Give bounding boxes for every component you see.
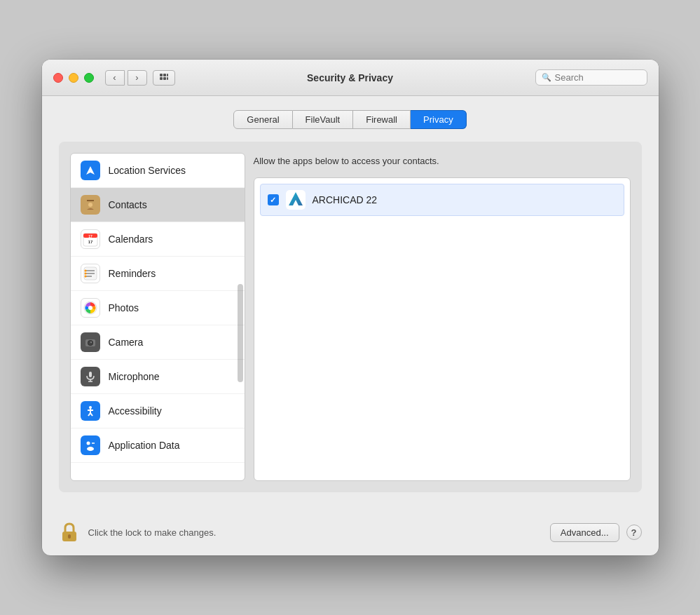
- sidebar-item-contacts[interactable]: Contacts: [71, 188, 245, 222]
- svg-point-9: [88, 203, 92, 207]
- svg-marker-6: [86, 166, 95, 175]
- tab-general[interactable]: General: [233, 110, 292, 129]
- content-area: General FileVault Firewall Privacy L: [42, 96, 659, 509]
- footer-right: Advanced... ?: [550, 523, 642, 542]
- tab-filevault[interactable]: FileVault: [293, 110, 354, 129]
- sidebar-item-camera[interactable]: Camera: [71, 325, 245, 360]
- sidebar-item-photos[interactable]: Photos: [71, 291, 245, 325]
- window-title: Security & Privacy: [307, 72, 393, 83]
- svg-rect-0: [160, 74, 163, 76]
- sidebar-label-reminders: Reminders: [109, 268, 156, 279]
- svg-point-33: [89, 406, 92, 409]
- sidebar-list: Location Services Contacts: [71, 154, 245, 480]
- sidebar-item-appdata[interactable]: Application Data: [71, 428, 245, 463]
- lock-icon[interactable]: [59, 520, 80, 544]
- checkbox-check-icon: ✓: [270, 196, 276, 205]
- contacts-icon: [81, 195, 100, 215]
- help-button[interactable]: ?: [626, 525, 642, 540]
- sidebar-label-photos: Photos: [109, 302, 139, 313]
- apps-list: ✓: [254, 177, 631, 481]
- sidebar-label-camera: Camera: [109, 337, 144, 348]
- sidebar-label-microphone: Microphone: [109, 371, 160, 382]
- sidebar-label-contacts: Contacts: [109, 199, 147, 210]
- sidebar-label-calendars: Calendars: [109, 234, 153, 245]
- nav-buttons: ‹ ›: [105, 70, 147, 86]
- tab-firewall[interactable]: Firewall: [353, 110, 411, 129]
- location-icon: [81, 161, 100, 180]
- search-box[interactable]: 🔍: [535, 69, 647, 86]
- sidebar-label-accessibility: Accessibility: [109, 405, 162, 417]
- calendars-icon: 17 17: [81, 229, 100, 249]
- svg-rect-29: [89, 372, 92, 377]
- appdata-icon: [81, 435, 100, 455]
- sidebar-label-location: Location Services: [109, 165, 186, 176]
- svg-point-19: [84, 273, 86, 275]
- minimize-button[interactable]: [69, 73, 78, 83]
- svg-point-40: [87, 447, 94, 451]
- accessibility-icon: [81, 401, 100, 421]
- app-checkbox-archicad[interactable]: ✓: [268, 194, 279, 205]
- main-window: ‹ › Security & Privacy 🔍 General FileVau…: [42, 60, 659, 555]
- svg-rect-8: [87, 200, 94, 201]
- svg-text:17: 17: [88, 240, 92, 244]
- forward-button[interactable]: ›: [128, 70, 147, 86]
- app-name-archicad: ARCHICAD 22: [313, 194, 378, 205]
- maximize-button[interactable]: [84, 73, 94, 83]
- svg-rect-1: [163, 74, 166, 76]
- svg-point-26: [88, 341, 92, 345]
- sidebar-item-reminders[interactable]: Reminders: [71, 257, 245, 291]
- svg-point-39: [86, 442, 90, 445]
- photos-icon: [81, 298, 100, 318]
- sidebar: Location Services Contacts: [70, 153, 245, 481]
- search-input[interactable]: [555, 72, 641, 83]
- reminders-icon: [81, 264, 100, 283]
- svg-point-45: [68, 534, 71, 537]
- svg-point-27: [90, 342, 92, 343]
- app-item-archicad: ✓: [260, 184, 624, 216]
- svg-rect-2: [167, 74, 168, 76]
- archicad-app-icon: [286, 190, 306, 210]
- titlebar: ‹ › Security & Privacy 🔍: [42, 60, 659, 96]
- grid-button[interactable]: [153, 70, 175, 86]
- footer: Click the lock to make changes. Advanced…: [42, 509, 659, 555]
- svg-text:17: 17: [88, 234, 92, 238]
- camera-icon: [81, 332, 100, 352]
- svg-point-18: [84, 270, 86, 272]
- sidebar-scrollbar[interactable]: [238, 284, 243, 382]
- svg-point-22: [88, 306, 92, 310]
- traffic-lights: [53, 73, 94, 83]
- back-button[interactable]: ‹: [105, 70, 125, 86]
- main-panel: Location Services Contacts: [59, 142, 642, 492]
- svg-rect-3: [160, 77, 163, 80]
- close-button[interactable]: [53, 73, 63, 83]
- tab-privacy[interactable]: Privacy: [411, 110, 467, 129]
- svg-rect-4: [163, 77, 166, 80]
- svg-rect-5: [167, 77, 168, 80]
- sidebar-item-calendars[interactable]: 17 17 Calendars: [71, 222, 245, 257]
- description-text: Allow the apps below to access your cont…: [254, 153, 631, 169]
- sidebar-item-location[interactable]: Location Services: [71, 154, 245, 188]
- microphone-icon: [81, 367, 100, 386]
- right-panel: Allow the apps below to access your cont…: [254, 153, 631, 481]
- lock-text: Click the lock to make changes.: [88, 527, 217, 538]
- sidebar-item-accessibility[interactable]: Accessibility: [71, 394, 245, 428]
- advanced-button[interactable]: Advanced...: [550, 523, 619, 542]
- tabs: General FileVault Firewall Privacy: [59, 110, 642, 129]
- sidebar-item-microphone[interactable]: Microphone: [71, 360, 245, 394]
- svg-point-20: [84, 276, 86, 278]
- sidebar-label-appdata: Application Data: [109, 440, 180, 451]
- search-icon: 🔍: [542, 73, 551, 82]
